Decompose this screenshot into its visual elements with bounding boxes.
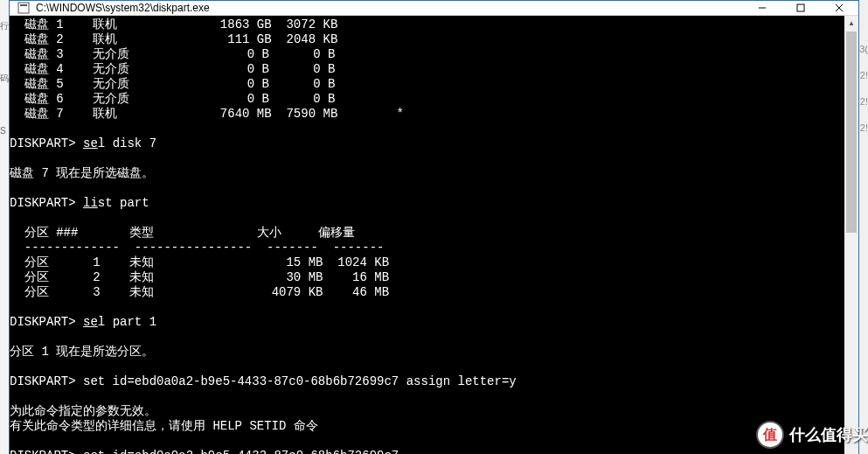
close-button[interactable] bbox=[820, 1, 858, 15]
window-controls bbox=[743, 1, 858, 15]
scroll-up-button[interactable]: ▲ bbox=[844, 16, 858, 30]
svg-rect-1 bbox=[20, 4, 27, 6]
prompt: DISKPART> bbox=[10, 449, 83, 454]
partition-header: 分区 ### 类型 大小 偏移量 bbox=[10, 226, 355, 240]
cmd-text: st part bbox=[98, 196, 149, 210]
cmd-text: l disk 7 bbox=[98, 136, 156, 150]
window-title: C:\WINDOWS\system32\diskpart.exe bbox=[36, 2, 743, 14]
partition-row: 分区 2 未知 30 MB 16 MB bbox=[10, 270, 389, 284]
terminal-client-area: 磁盘 1 联机 1863 GB 3072 KB 磁盘 2 联机 111 GB 2… bbox=[10, 16, 858, 454]
watermark: 值 什么值得买 bbox=[756, 421, 868, 449]
disk-row: 磁盘 2 联机 111 GB 2048 KB bbox=[10, 32, 337, 46]
minimize-button[interactable] bbox=[743, 1, 781, 15]
disk-row: 磁盘 7 联机 7640 MB 7590 MB * bbox=[10, 107, 404, 121]
cmd-text: set id=ebd0a0a2-b9e5-4433-87c0-68b6b7269… bbox=[83, 449, 399, 454]
watermark-badge-icon: 值 bbox=[756, 421, 784, 449]
prompt: DISKPART> bbox=[10, 196, 83, 210]
background-window-edge: 行 码 S bbox=[0, 0, 9, 454]
scroll-thumb[interactable] bbox=[846, 31, 857, 233]
disk-row: 磁盘 3 无介质 0 B 0 B bbox=[10, 47, 336, 61]
cmd-text: set id=ebd0a0a2-b9e5-4433-87c0-68b6b7269… bbox=[83, 374, 517, 388]
disk-row: 磁盘 1 联机 1863 GB 3072 KB bbox=[10, 17, 337, 31]
prompt: DISKPART> bbox=[10, 374, 83, 388]
response-line: 分区 1 现在是所选分区。 bbox=[10, 345, 154, 359]
prompt: DISKPART> bbox=[10, 136, 83, 150]
background-hint: 3( bbox=[859, 44, 868, 54]
watermark-text: 什么值得买 bbox=[789, 424, 868, 445]
partition-row: 分区 3 未知 4079 KB 46 MB bbox=[10, 285, 389, 299]
background-hint: 2! bbox=[860, 122, 868, 133]
vertical-scrollbar[interactable]: ▲ ▼ bbox=[844, 16, 858, 454]
maximize-button[interactable] bbox=[781, 1, 820, 15]
svg-rect-0 bbox=[18, 3, 29, 13]
disk-row: 磁盘 6 无介质 0 B 0 B bbox=[10, 92, 336, 106]
disk-row: 磁盘 4 无介质 0 B 0 B bbox=[10, 62, 336, 76]
cmd-underline: se bbox=[83, 136, 98, 150]
response-line: 磁盘 7 现在是所选磁盘。 bbox=[10, 166, 154, 180]
titlebar[interactable]: C:\WINDOWS\system32\diskpart.exe bbox=[10, 1, 858, 16]
background-hint: 2! bbox=[860, 96, 868, 107]
partition-row: 分区 1 未知 15 MB 1024 KB bbox=[10, 255, 389, 269]
svg-rect-3 bbox=[797, 4, 804, 11]
cmd-text: l part 1 bbox=[98, 315, 156, 329]
cmd-underline: li bbox=[83, 196, 98, 210]
prompt: DISKPART> bbox=[10, 315, 83, 329]
disk-row: 磁盘 5 无介质 0 B 0 B bbox=[10, 77, 336, 91]
background-hint: 2! bbox=[860, 70, 868, 80]
cmd-underline: se bbox=[83, 315, 98, 329]
terminal-output[interactable]: 磁盘 1 联机 1863 GB 3072 KB 磁盘 2 联机 111 GB 2… bbox=[10, 16, 844, 454]
window-frame: C:\WINDOWS\system32\diskpart.exe 磁盘 1 联机… bbox=[9, 0, 859, 454]
error-line: 为此命令指定的参数无效。 bbox=[10, 404, 156, 418]
app-icon bbox=[17, 1, 31, 15]
partition-divider: ------------- ---------------- ------- -… bbox=[10, 241, 384, 255]
error-line: 有关此命令类型的详细信息，请使用 HELP SETID 命令 bbox=[10, 419, 318, 433]
